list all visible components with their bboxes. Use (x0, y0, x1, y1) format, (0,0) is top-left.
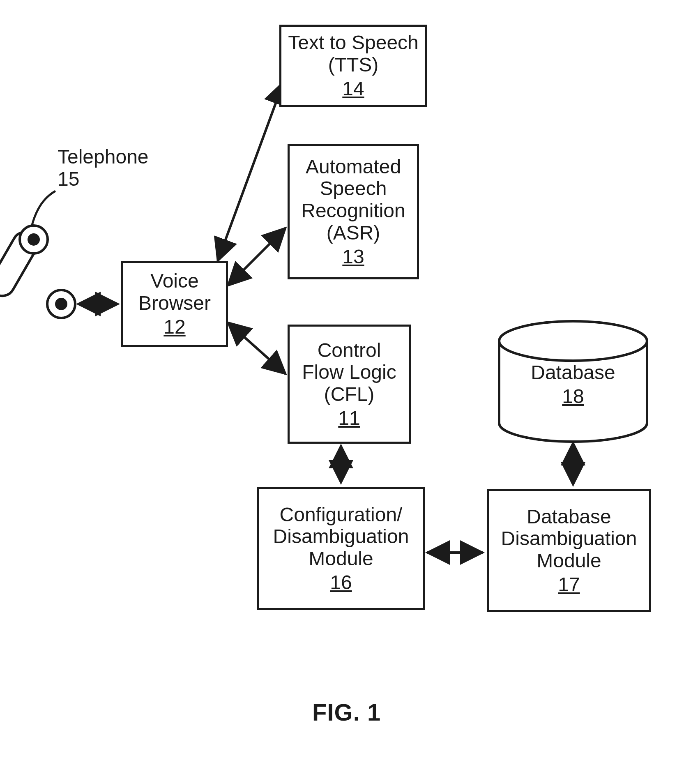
tts-num: 14 (342, 78, 364, 100)
cfl-line2: Flow Logic (302, 361, 396, 383)
cfl-num: 11 (338, 407, 360, 429)
tts-line2: (TTS) (328, 54, 379, 76)
db-line1: Database (499, 362, 647, 384)
cfg-box: Configuration/ Disambiguation Module 16 (257, 487, 425, 610)
svg-point-3 (47, 290, 75, 318)
cfl-line3: (CFL) (324, 383, 375, 405)
svg-rect-0 (0, 228, 42, 300)
voice-browser-line2: Browser (138, 292, 211, 314)
cfg-line1: Configuration/ (280, 504, 403, 526)
db-label: Database 18 (499, 362, 647, 408)
ddm-box: Database Disambiguation Module 17 (487, 489, 651, 612)
diagram-stage: Telephone 15 Voice Browser 12 Text to Sp… (0, 0, 700, 767)
asr-num: 13 (342, 246, 364, 268)
cfl-line1: Control (318, 339, 381, 362)
figure-caption: FIG. 1 (312, 698, 381, 726)
cfl-box: Control Flow Logic (CFL) 11 (288, 325, 411, 444)
db-num: 18 (562, 385, 584, 408)
asr-line1: Automated (306, 156, 401, 178)
tts-line1: Text to Speech (288, 32, 419, 54)
telephone-label: Telephone 15 (58, 146, 149, 190)
svg-point-5 (499, 321, 647, 361)
tts-box: Text to Speech (TTS) 14 (279, 25, 427, 107)
voice-browser-box: Voice Browser 12 (121, 261, 228, 347)
voice-browser-line1: Voice (150, 270, 198, 292)
voice-browser-num: 12 (163, 316, 185, 338)
ddm-line2: Disambiguation (501, 527, 637, 550)
svg-point-2 (29, 235, 39, 244)
arrow-voicebrowser-cfl (228, 322, 286, 374)
ddm-line3: Module (537, 550, 601, 572)
asr-box: Automated Speech Recognition (ASR) 13 (288, 144, 419, 279)
svg-point-1 (20, 226, 48, 253)
telephone-label-text: Telephone (58, 146, 149, 168)
svg-point-4 (56, 299, 66, 309)
telephone-icon (0, 191, 75, 318)
ddm-line1: Database (527, 506, 611, 528)
cfg-line2: Disambiguation (273, 525, 409, 548)
asr-line2: Speech (320, 177, 387, 200)
ddm-num: 17 (558, 574, 580, 596)
asr-line4: (ASR) (327, 222, 380, 244)
telephone-label-num: 15 (58, 168, 149, 190)
cfg-line3: Module (309, 548, 373, 570)
asr-line3: Recognition (301, 200, 405, 222)
arrow-voicebrowser-asr (228, 228, 286, 286)
cfg-num: 16 (330, 571, 352, 594)
arrow-voicebrowser-tts (218, 82, 283, 261)
